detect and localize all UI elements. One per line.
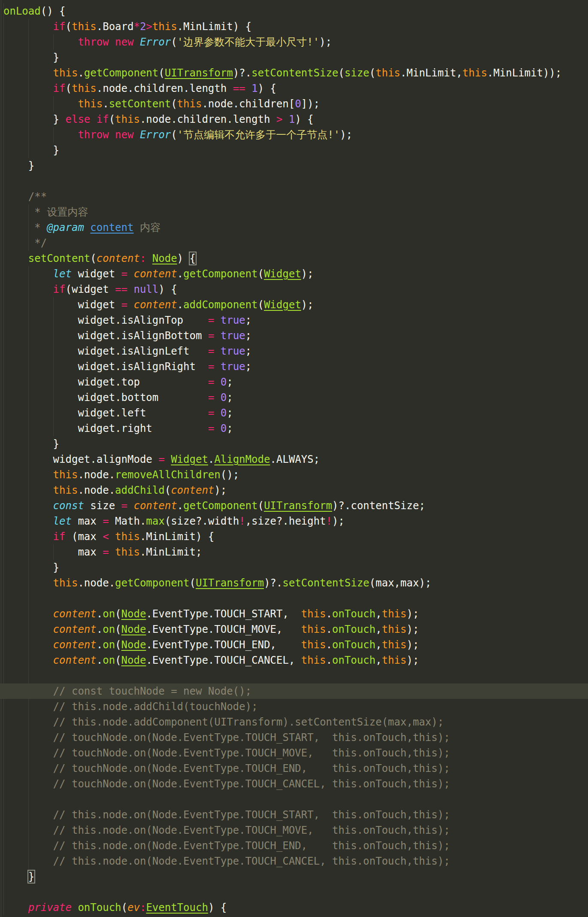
code-line-1[interactable]: onLoad() { — [0, 3, 588, 19]
code-line-14[interactable]: * 设置内容 — [0, 204, 588, 220]
token-pl: .node. — [78, 484, 115, 496]
token-pr: content — [171, 484, 214, 496]
code-line-47[interactable]: // this.node.addComponent(UITransform).s… — [0, 714, 588, 730]
token-ty: Node — [121, 654, 146, 666]
code-line-17[interactable]: setContent(content: Node) { — [0, 251, 588, 266]
code-line-12[interactable] — [0, 173, 588, 189]
code-line-42[interactable]: content.on(Node.EventType.TOUCH_END, thi… — [0, 637, 588, 653]
code-line-10[interactable]: } — [0, 143, 588, 158]
code-line-41[interactable]: content.on(Node.EventType.TOUCH_MOVE, th… — [0, 622, 588, 637]
code-line-5[interactable]: this.getComponent(UITransform)?.setConte… — [0, 65, 588, 81]
token-pl: ; — [227, 376, 233, 388]
code-line-56[interactable]: // this.node.on(Node.EventType.TOUCH_CAN… — [0, 853, 588, 869]
code-line-16[interactable]: */ — [0, 235, 588, 251]
code-line-40[interactable]: content.on(Node.EventType.TOUCH_START, t… — [0, 606, 588, 622]
code-line-54[interactable]: // this.node.on(Node.EventType.TOUCH_MOV… — [0, 823, 588, 838]
code-line-34[interactable]: let max = Math.max(size?.width!,size?.he… — [0, 513, 588, 529]
code-line-44[interactable] — [0, 668, 588, 683]
token-pl: (max,max); — [370, 577, 432, 589]
code-line-57[interactable]: } — [0, 869, 588, 884]
code-line-11[interactable]: } — [0, 158, 588, 173]
token-pl: )?.contentSize; — [332, 500, 425, 512]
code-line-59[interactable]: private onTouch(ev:EventTouch) { — [0, 900, 588, 915]
token-pl: .EventType.TOUCH_END, — [146, 639, 301, 651]
code-line-28[interactable]: widget.right = 0; — [0, 421, 588, 436]
code-line-32[interactable]: this.node.addChild(content); — [0, 483, 588, 498]
code-line-46[interactable]: // this.node.addChild(touchNode); — [0, 699, 588, 714]
code-line-9[interactable]: throw new Error('节点编辑不允许多于一个子节点!'); — [0, 127, 588, 143]
code-line-21[interactable]: widget.isAlignTop = true; — [0, 313, 588, 328]
code-line-36[interactable]: max = this.MinLimit; — [0, 544, 588, 560]
code-line-6[interactable]: if(this.node.children.length == 1) { — [0, 81, 588, 96]
code-line-50[interactable]: // touchNode.on(Node.EventType.TOUCH_END… — [0, 761, 588, 776]
token-pl: , — [376, 639, 382, 651]
token-kw: == — [233, 82, 246, 94]
code-line-45[interactable]: // const touchNode = new Node(); — [0, 683, 588, 699]
code-line-19[interactable]: if(widget == null) { — [0, 282, 588, 297]
code-line-27[interactable]: widget.left = 0; — [0, 405, 588, 421]
token-pl: .MinLimit, — [400, 67, 463, 79]
token-pl: ; — [227, 422, 233, 434]
token-pr: content — [133, 299, 177, 311]
token-pl: ); — [332, 515, 345, 527]
token-pl — [3, 531, 53, 543]
token-pl: ); — [301, 268, 314, 280]
token-kw: = — [208, 407, 214, 419]
token-pl: .EventType.TOUCH_CANCEL, — [146, 654, 301, 666]
token-cy: let — [53, 268, 72, 280]
code-line-29[interactable]: } — [0, 436, 588, 452]
token-pl: .node.children.length — [97, 82, 233, 94]
token-ty: Node — [121, 639, 146, 651]
code-line-15[interactable]: * @param content 内容 — [0, 220, 588, 235]
code-line-7[interactable]: this.setContent(this.node.children[0]); — [0, 96, 588, 112]
token-pl — [90, 113, 96, 125]
code-line-24[interactable]: widget.isAlignRight = true; — [0, 359, 588, 374]
code-line-53[interactable]: // this.node.on(Node.EventType.TOUCH_STA… — [0, 807, 588, 823]
token-doc: content — [90, 222, 133, 234]
code-line-23[interactable]: widget.isAlignLeft = true; — [0, 343, 588, 359]
token-th: this — [382, 639, 406, 651]
code-line-25[interactable]: widget.top = 0; — [0, 374, 588, 390]
code-line-55[interactable]: // this.node.on(Node.EventType.TOUCH_END… — [0, 838, 588, 853]
token-nu: true — [221, 314, 246, 326]
code-line-18[interactable]: let widget = content.getComponent(Widget… — [0, 266, 588, 282]
token-pl: ( — [165, 484, 171, 496]
token-kw: = — [208, 392, 214, 404]
token-pl: ; — [227, 407, 233, 419]
code-line-13[interactable]: /** — [0, 189, 588, 204]
token-cm: // this.node.addComponent(UITransform).s… — [3, 716, 444, 728]
token-pl: .ALWAYS; — [270, 453, 320, 465]
code-line-39[interactable] — [0, 591, 588, 606]
code-line-58[interactable] — [0, 884, 588, 900]
code-line-4[interactable]: } — [0, 50, 588, 65]
code-line-33[interactable]: const size = content.getComponent(UITran… — [0, 498, 588, 513]
code-line-26[interactable]: widget.bottom = 0; — [0, 390, 588, 405]
code-editor[interactable]: onLoad() { if(this.Board*2>this.MinLimit… — [0, 0, 588, 917]
token-th: this — [53, 469, 78, 481]
token-pl: ; — [246, 330, 252, 342]
code-line-22[interactable]: widget.isAlignBottom = true; — [0, 328, 588, 343]
code-line-48[interactable]: // touchNode.on(Node.EventType.TOUCH_STA… — [0, 730, 588, 745]
code-line-3[interactable]: throw new Error('边界参数不能大于最小尺寸!'); — [0, 34, 588, 50]
token-nu: 0 — [221, 376, 227, 388]
code-line-51[interactable]: // touchNode.on(Node.EventType.TOUCH_CAN… — [0, 776, 588, 792]
token-cy: Error — [140, 129, 171, 141]
token-nu: 2 — [140, 21, 146, 33]
code-line-43[interactable]: content.on(Node.EventType.TOUCH_CANCEL, … — [0, 653, 588, 668]
token-nu: 1 — [289, 113, 295, 125]
token-pl — [214, 345, 220, 357]
code-line-20[interactable]: widget = content.addComponent(Widget); — [0, 297, 588, 313]
token-fn: getComponent — [183, 500, 258, 512]
token-kw: > — [146, 21, 152, 33]
token-pl — [3, 577, 53, 589]
code-line-35[interactable]: if (max < this.MinLimit) { — [0, 529, 588, 544]
code-line-52[interactable] — [0, 792, 588, 807]
code-line-30[interactable]: widget.alignMode = Widget.AlignMode.ALWA… — [0, 452, 588, 467]
token-pl: widget — [72, 268, 121, 280]
code-line-8[interactable]: } else if(this.node.children.length > 1)… — [0, 112, 588, 127]
code-line-31[interactable]: this.node.removeAllChildren(); — [0, 467, 588, 483]
code-line-38[interactable]: this.node.getComponent(UITransform)?.set… — [0, 575, 588, 591]
code-line-37[interactable]: } — [0, 560, 588, 575]
code-line-49[interactable]: // touchNode.on(Node.EventType.TOUCH_MOV… — [0, 745, 588, 761]
code-line-2[interactable]: if(this.Board*2>this.MinLimit) { — [0, 19, 588, 34]
